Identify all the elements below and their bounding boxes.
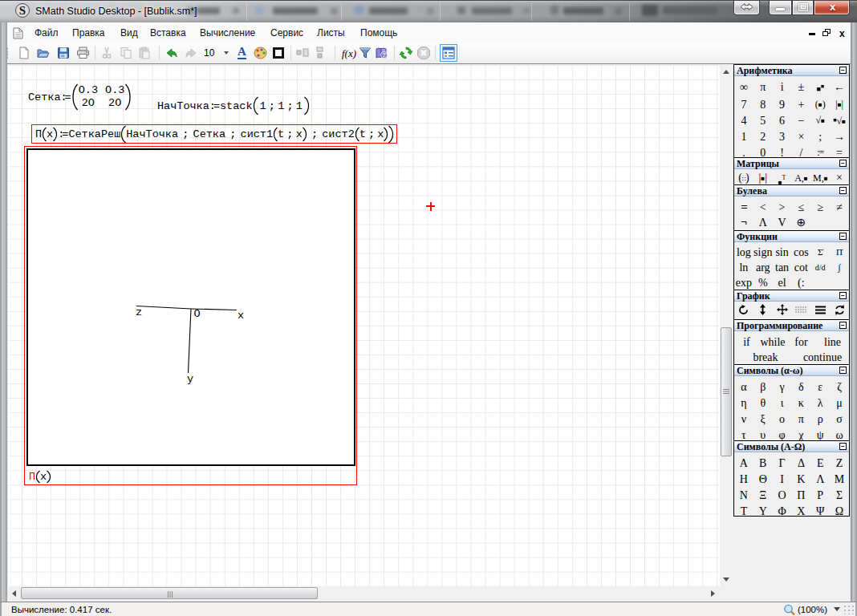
svg-text:O: O [194, 308, 201, 320]
svg-text:y: y [187, 373, 193, 385]
svg-text:z: z [136, 306, 142, 318]
svg-text:x: x [238, 310, 244, 322]
svg-text:?: ? [382, 51, 386, 59]
